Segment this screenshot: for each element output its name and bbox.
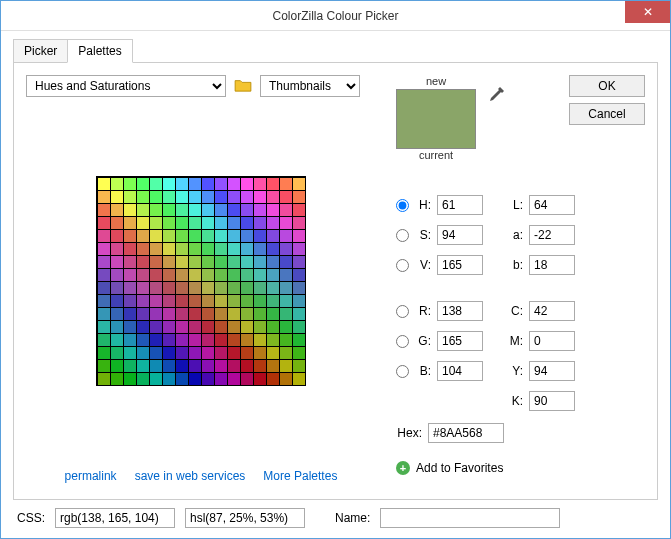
swatch-cell[interactable] — [214, 320, 228, 334]
swatch-cell[interactable] — [97, 229, 111, 243]
swatch-cell[interactable] — [188, 372, 202, 386]
swatch-cell[interactable] — [136, 346, 150, 360]
swatch-cell[interactable] — [240, 255, 254, 269]
swatch-cell[interactable] — [188, 359, 202, 373]
swatch-cell[interactable] — [292, 242, 306, 256]
swatch-cell[interactable] — [266, 229, 280, 243]
swatch-cell[interactable] — [175, 216, 189, 230]
swatch-cell[interactable] — [240, 320, 254, 334]
swatch-cell[interactable] — [201, 307, 215, 321]
radio-g[interactable] — [396, 335, 409, 348]
input-c[interactable] — [529, 301, 575, 321]
swatch-cell[interactable] — [136, 216, 150, 230]
swatch-cell[interactable] — [292, 372, 306, 386]
input-m[interactable] — [529, 331, 575, 351]
swatch-cell[interactable] — [110, 177, 124, 191]
swatch-cell[interactable] — [292, 333, 306, 347]
swatch-cell[interactable] — [149, 359, 163, 373]
swatch-cell[interactable] — [110, 320, 124, 334]
swatch-cell[interactable] — [227, 346, 241, 360]
swatch-cell[interactable] — [214, 359, 228, 373]
swatch-cell[interactable] — [201, 203, 215, 217]
swatch-cell[interactable] — [136, 268, 150, 282]
swatch-cell[interactable] — [136, 281, 150, 295]
swatch-cell[interactable] — [214, 229, 228, 243]
swatch-cell[interactable] — [266, 255, 280, 269]
swatch-cell[interactable] — [136, 320, 150, 334]
swatch-cell[interactable] — [136, 242, 150, 256]
swatch-cell[interactable] — [97, 346, 111, 360]
swatch-cell[interactable] — [162, 255, 176, 269]
swatch-cell[interactable] — [175, 333, 189, 347]
swatch-cell[interactable] — [188, 346, 202, 360]
swatch-cell[interactable] — [279, 229, 293, 243]
swatch-cell[interactable] — [136, 359, 150, 373]
swatch-cell[interactable] — [292, 281, 306, 295]
swatch-cell[interactable] — [253, 281, 267, 295]
swatch-cell[interactable] — [149, 307, 163, 321]
swatch-cell[interactable] — [201, 359, 215, 373]
swatch-cell[interactable] — [201, 320, 215, 334]
swatch-cell[interactable] — [279, 216, 293, 230]
swatch-cell[interactable] — [266, 294, 280, 308]
swatch-cell[interactable] — [149, 216, 163, 230]
swatch-cell[interactable] — [279, 294, 293, 308]
swatch-cell[interactable] — [214, 216, 228, 230]
swatch-cell[interactable] — [123, 320, 137, 334]
swatch-cell[interactable] — [201, 177, 215, 191]
swatch-cell[interactable] — [97, 307, 111, 321]
swatch-cell[interactable] — [188, 307, 202, 321]
swatch-cell[interactable] — [292, 307, 306, 321]
swatch-cell[interactable] — [201, 190, 215, 204]
swatch-cell[interactable] — [266, 346, 280, 360]
swatch-cell[interactable] — [240, 242, 254, 256]
swatch-cell[interactable] — [136, 229, 150, 243]
swatch-cell[interactable] — [162, 359, 176, 373]
add-favorites[interactable]: + Add to Favorites — [396, 461, 645, 475]
swatch-cell[interactable] — [292, 346, 306, 360]
swatch-cell[interactable] — [110, 242, 124, 256]
swatch-cell[interactable] — [188, 333, 202, 347]
swatch-cell[interactable] — [175, 268, 189, 282]
swatch-cell[interactable] — [162, 177, 176, 191]
input-v[interactable] — [437, 255, 483, 275]
swatch-cell[interactable] — [253, 203, 267, 217]
swatch-cell[interactable] — [240, 229, 254, 243]
swatch-cell[interactable] — [201, 281, 215, 295]
swatch-cell[interactable] — [175, 203, 189, 217]
cancel-button[interactable]: Cancel — [569, 103, 645, 125]
radio-b[interactable] — [396, 365, 409, 378]
swatch-cell[interactable] — [253, 177, 267, 191]
palette-select[interactable]: Hues and Saturations — [26, 75, 226, 97]
swatch-cell[interactable] — [279, 268, 293, 282]
swatch-cell[interactable] — [214, 372, 228, 386]
swatch-cell[interactable] — [240, 372, 254, 386]
swatch-cell[interactable] — [201, 372, 215, 386]
swatch-cell[interactable] — [227, 229, 241, 243]
swatch-cell[interactable] — [292, 268, 306, 282]
input-s[interactable] — [437, 225, 483, 245]
swatch-cell[interactable] — [227, 294, 241, 308]
swatch-cell[interactable] — [279, 177, 293, 191]
swatch-cell[interactable] — [110, 372, 124, 386]
input-h[interactable] — [437, 195, 483, 215]
swatch-cell[interactable] — [149, 281, 163, 295]
swatch-cell[interactable] — [214, 177, 228, 191]
swatch-cell[interactable] — [266, 372, 280, 386]
swatch-cell[interactable] — [240, 177, 254, 191]
swatch-cell[interactable] — [110, 216, 124, 230]
swatch-cell[interactable] — [123, 268, 137, 282]
swatch-cell[interactable] — [227, 281, 241, 295]
swatch-cell[interactable] — [214, 294, 228, 308]
link-more-palettes[interactable]: More Palettes — [263, 469, 337, 483]
swatch-cell[interactable] — [123, 177, 137, 191]
swatch-cell[interactable] — [292, 216, 306, 230]
swatch-cell[interactable] — [279, 242, 293, 256]
swatch-cell[interactable] — [162, 203, 176, 217]
swatch-cell[interactable] — [201, 294, 215, 308]
swatch-cell[interactable] — [240, 333, 254, 347]
swatch-cell[interactable] — [162, 216, 176, 230]
swatch-cell[interactable] — [253, 242, 267, 256]
radio-s[interactable] — [396, 229, 409, 242]
swatch-cell[interactable] — [149, 372, 163, 386]
